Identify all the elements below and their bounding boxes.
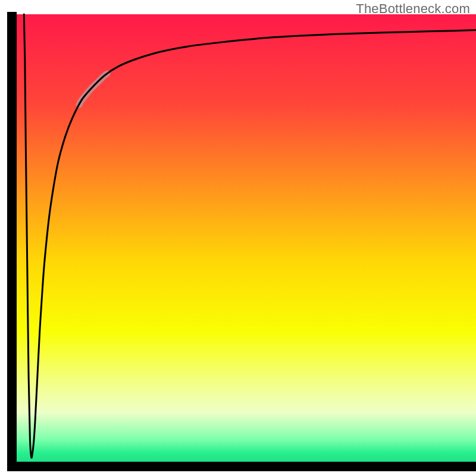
plot-background [12,14,476,466]
chart-container: TheBottleneck.com [0,0,476,476]
bottleneck-chart [0,0,476,476]
watermark-text: TheBottleneck.com [356,1,470,17]
